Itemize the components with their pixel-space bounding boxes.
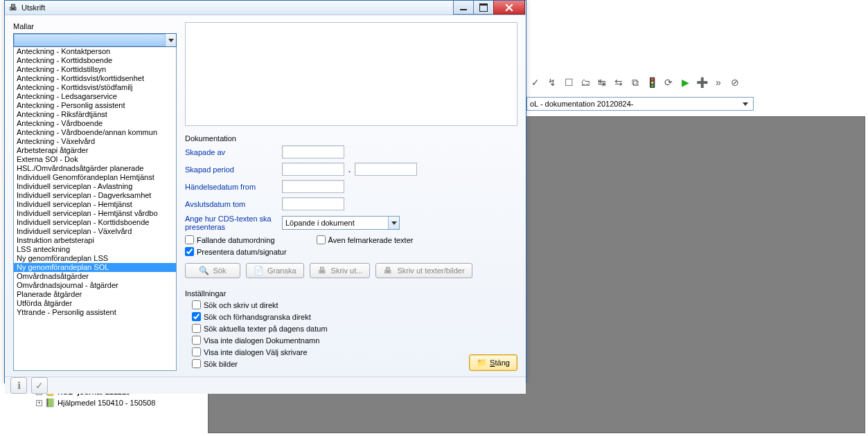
toolbar-icon[interactable]: 🚦 — [646, 76, 658, 89]
also-error-checkbox[interactable]: Även felmarkerade texter — [317, 235, 414, 244]
template-item[interactable]: Planerade åtgärder — [14, 290, 176, 299]
template-item[interactable]: Externa SOl - Dok — [14, 155, 176, 164]
toolbar-icon[interactable]: 🗂 — [579, 76, 592, 89]
print-icon: 🖶 — [317, 266, 327, 275]
checkbox-label: Sök och skriv ut direkt — [204, 301, 278, 309]
toolbar-icon[interactable]: ▶ — [679, 76, 691, 89]
toolbar-icon[interactable]: ➕ — [696, 76, 708, 89]
confirm-button[interactable]: ✓ — [31, 377, 48, 394]
template-item[interactable]: Omvårdnadsåtgärder — [14, 272, 176, 281]
dialog-body: Mallar Anteckning - KontaktpersonAnteckn… — [5, 15, 526, 376]
template-item[interactable]: Individuell serviceplan - Hemtjänst — [14, 200, 176, 209]
checkbox-label: Visa inte dialogen Dokumentnamn — [204, 336, 319, 345]
templates-list[interactable]: Anteckning - KontaktpersonAnteckning - K… — [13, 47, 177, 371]
checkbox-input[interactable] — [317, 235, 326, 244]
toolbar-icon[interactable]: ⟳ — [662, 76, 675, 89]
template-item[interactable]: Omvårdnadsjournal - åtgärder — [14, 281, 176, 290]
print-button[interactable]: 🖶 Skriv ut... — [310, 263, 371, 278]
toolbar-icon[interactable]: » — [712, 76, 725, 89]
falling-order-checkbox[interactable]: Fallande datumordning — [185, 235, 275, 244]
checkbox-input[interactable] — [192, 336, 201, 345]
template-item[interactable]: Anteckning - Växelvård — [14, 137, 176, 146]
maximize-button[interactable] — [473, 1, 494, 15]
template-item[interactable]: Anteckning - Personlig assistent — [14, 101, 176, 110]
toolbar-icon[interactable]: ↯ — [546, 76, 558, 89]
setting-todays-texts[interactable]: Sök aktuella texter på dagens datum — [192, 324, 469, 333]
created-by-input[interactable] — [282, 145, 344, 158]
template-item[interactable]: Individuell Genomförandeplan Hemtjänst — [14, 173, 176, 182]
created-by-label: Skapade av — [185, 148, 282, 156]
minimize-button[interactable] — [453, 1, 474, 15]
close-button[interactable]: 📁 Stäng — [469, 354, 517, 371]
template-item[interactable]: Anteckning - Korttidstillsyn — [14, 65, 176, 74]
toolbar-icon[interactable]: ⊘ — [729, 76, 741, 89]
toolbar-icon[interactable]: ✓ — [529, 76, 542, 89]
template-item[interactable]: Yttrande - Personlig assistent — [14, 308, 176, 317]
toolbar-icon[interactable]: ☐ — [563, 76, 575, 89]
checkbox-input[interactable] — [192, 347, 201, 356]
template-item[interactable]: Individuell serviceplan - Avlastning — [14, 182, 176, 191]
created-period-from-input[interactable] — [282, 163, 344, 176]
toolbar-icon[interactable]: ⧉ — [629, 76, 641, 89]
background-toolbar: ✓ ↯ ☐ 🗂 ↹ ⇆ ⧉ 🚦 ⟳ ▶ ➕ » ⊘ — [526, 73, 864, 91]
checkbox-label: Även felmarkerade texter — [328, 236, 414, 244]
template-item[interactable]: Anteckning - Korttidsvist/stödfamilj — [14, 83, 176, 92]
info-button[interactable]: ℹ — [10, 377, 27, 394]
background-select-value: oL - dokumentation 20120824- — [530, 100, 633, 108]
template-item[interactable]: Arbetsterapi åtgärder — [14, 146, 176, 155]
button-label: Skriv ut texter/bilder — [397, 266, 464, 275]
tree-expand-icon[interactable]: + — [36, 400, 42, 406]
checkbox-input[interactable] — [185, 247, 194, 256]
template-item[interactable]: Individuell serviceplan - Korttidsboende — [14, 218, 176, 227]
template-item[interactable]: Anteckning - Riksfärdtjänst — [14, 110, 176, 119]
template-item[interactable]: Anteckning - Korttidsboende — [14, 56, 176, 65]
event-date-input[interactable] — [282, 180, 344, 193]
button-label: Skriv ut... — [331, 266, 363, 275]
template-item[interactable]: Anteckning - Ledsagarservice — [14, 92, 176, 101]
setting-hide-printer[interactable]: Visa inte dialogen Välj skrivare — [192, 347, 469, 356]
template-item[interactable]: Individuell serviceplan - Hemtjänst vård… — [14, 209, 176, 218]
template-item[interactable]: Instruktion arbetsterapi — [14, 236, 176, 245]
checkbox-input[interactable] — [192, 359, 201, 368]
toolbar-icon[interactable]: ⇆ — [612, 76, 625, 89]
template-item[interactable]: Anteckning - Korttidsvist/korttidsenhet — [14, 74, 176, 83]
preview-box — [185, 22, 517, 126]
template-item[interactable]: Ny genomförandeplan SOL — [14, 263, 176, 272]
checkbox-input[interactable] — [185, 235, 194, 244]
presentation-select[interactable]: Löpande i dokument — [282, 216, 400, 230]
template-item[interactable]: HSL./Omvårdnadsåtgärder planerade — [14, 164, 176, 173]
template-item[interactable]: Utförda åtgärder — [14, 299, 176, 308]
templates-combo[interactable] — [13, 33, 177, 47]
created-period-to-input[interactable] — [355, 163, 417, 176]
tree-row[interactable]: + 📗 Hjälpmedel 150410 - 150508 — [36, 397, 186, 408]
setting-print-direct[interactable]: Sök och skriv ut direkt — [192, 300, 469, 309]
setting-search-images[interactable]: Sök bilder — [192, 359, 469, 368]
end-date-input[interactable] — [282, 197, 344, 210]
button-label: Sök — [213, 266, 227, 275]
setting-hide-docname[interactable]: Visa inte dialogen Dokumentnamn — [192, 336, 469, 345]
window-buttons — [454, 1, 526, 15]
template-item[interactable]: Anteckning - Vårdboende — [14, 119, 176, 128]
template-item[interactable]: Anteckning - Kontaktperson — [14, 47, 176, 56]
background-select[interactable]: oL - dokumentation 20120824- — [526, 97, 754, 111]
tree-item-icon: 📗 — [45, 398, 55, 408]
checkbox-input[interactable] — [192, 312, 201, 321]
template-item[interactable]: LSS anteckning — [14, 245, 176, 254]
window-close-button[interactable] — [493, 1, 525, 15]
search-button[interactable]: 🔍 Sök — [185, 263, 240, 278]
template-item[interactable]: Individuell serviceplan - Växelvård — [14, 227, 176, 236]
template-item[interactable]: Ny genomförandeplan LSS — [14, 254, 176, 263]
toolbar-icon[interactable]: ↹ — [596, 76, 608, 89]
setting-preview-direct[interactable]: Sök och förhandsgranska direkt — [192, 312, 469, 321]
print-texts-images-button[interactable]: 🖶 Skriv ut texter/bilder — [375, 263, 472, 278]
present-date-sig-checkbox[interactable]: Presentera datum/signatur — [185, 247, 517, 256]
checkbox-input[interactable] — [192, 324, 201, 333]
button-label: Stäng — [490, 358, 510, 367]
template-item[interactable]: Individuell serviceplan - Dagverksamhet — [14, 191, 176, 200]
checkbox-input[interactable] — [192, 300, 201, 309]
preview-button[interactable]: 📄 Granska — [246, 263, 304, 278]
checkbox-label: Sök aktuella texter på dagens datum — [204, 325, 328, 333]
checkbox-label: Visa inte dialogen Välj skrivare — [204, 348, 308, 356]
template-item[interactable]: Anteckning - Vårdboende/annan kommun — [14, 128, 176, 137]
period-separator: . — [344, 165, 355, 174]
